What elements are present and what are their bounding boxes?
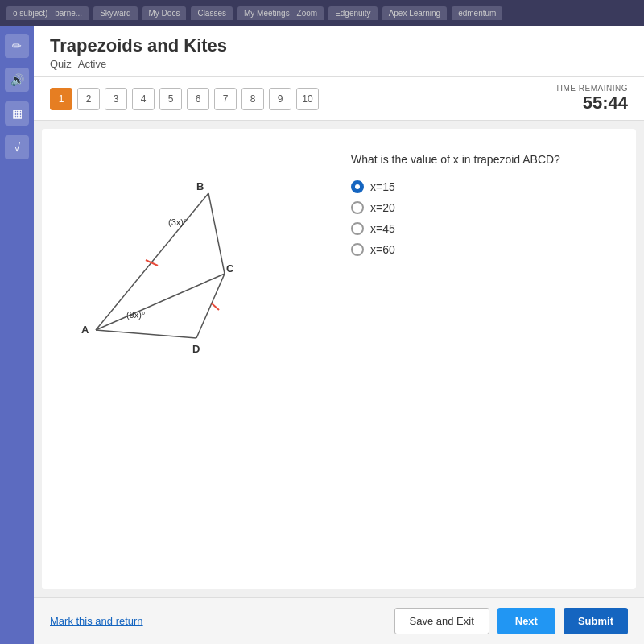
- angle-9x-label: (9x)°: [126, 310, 145, 320]
- question-num-1[interactable]: 1: [50, 88, 72, 110]
- footer-bar: Mark this and return Save and Exit Next …: [34, 597, 644, 644]
- radio-2[interactable]: [351, 201, 364, 214]
- option-2[interactable]: x=20: [351, 201, 620, 214]
- point-b-label: B: [196, 180, 204, 192]
- question-num-5[interactable]: 5: [159, 88, 182, 110]
- tab-barne[interactable]: o subject) - barne...: [6, 6, 89, 20]
- question-num-10[interactable]: 10: [296, 88, 319, 110]
- main-content: Trapezoids and Kites Quiz Active 1 2 3 4…: [34, 26, 644, 644]
- question-text: What is the value of x in trapezoid ABCD…: [351, 153, 620, 166]
- point-a-label: A: [81, 324, 89, 336]
- tab-skyward[interactable]: Skyward: [93, 6, 137, 20]
- audio-icon[interactable]: 🔊: [5, 68, 29, 92]
- answer-area: What is the value of x in trapezoid ABCD…: [351, 145, 620, 573]
- mark-return-link[interactable]: Mark this and return: [50, 615, 143, 627]
- header: Trapezoids and Kites Quiz Active: [34, 26, 644, 77]
- option-3[interactable]: x=45: [351, 222, 620, 235]
- trapezoid-diagram: B C D A (3x)° (9x)°: [58, 145, 327, 386]
- question-num-2[interactable]: 2: [77, 88, 100, 110]
- question-number-list: 1 2 3 4 5 6 7 8 9 10: [50, 88, 319, 110]
- sqrt-icon[interactable]: √: [5, 135, 29, 159]
- option-1[interactable]: x=15: [351, 180, 620, 193]
- tab-mydocs[interactable]: My Docs: [142, 6, 187, 20]
- status-active: Active: [78, 58, 106, 70]
- tab-zoom[interactable]: My Meetings - Zoom: [237, 6, 324, 20]
- point-c-label: C: [226, 262, 234, 275]
- option-4-label: x=60: [370, 243, 395, 256]
- quiz-status: Quiz Active: [50, 58, 628, 70]
- question-area: B C D A (3x)° (9x)° What is the value of…: [58, 145, 620, 573]
- submit-button[interactable]: Submit: [564, 608, 628, 634]
- question-nav: 1 2 3 4 5 6 7 8 9 10 TIME REMAINING 55:4…: [34, 77, 644, 121]
- save-exit-button[interactable]: Save and Exit: [394, 608, 489, 634]
- radio-3[interactable]: [351, 222, 364, 235]
- tab-edgenuity[interactable]: Edgenuity: [328, 6, 377, 20]
- timer-section: TIME REMAINING 55:44: [555, 84, 628, 114]
- timer-label: TIME REMAINING: [555, 84, 628, 93]
- angle-3x-label: (3x)°: [168, 217, 187, 227]
- question-num-3[interactable]: 3: [105, 88, 127, 110]
- question-num-7[interactable]: 7: [214, 88, 237, 110]
- radio-inner-1: [355, 184, 360, 189]
- quiz-body: B C D A (3x)° (9x)° What is the value of…: [42, 129, 636, 589]
- svg-line-5: [146, 260, 158, 266]
- tab-edmentum[interactable]: edmentum: [452, 6, 502, 20]
- next-button[interactable]: Next: [497, 608, 555, 634]
- option-3-label: x=45: [370, 222, 395, 235]
- point-d-label: D: [192, 343, 200, 355]
- quiz-label: Quiz: [50, 58, 72, 70]
- footer-buttons: Save and Exit Next Submit: [394, 608, 628, 634]
- question-num-9[interactable]: 9: [269, 88, 291, 110]
- radio-4[interactable]: [351, 243, 364, 256]
- svg-line-2: [196, 274, 225, 338]
- svg-line-4: [96, 274, 225, 330]
- question-num-4[interactable]: 4: [132, 88, 155, 110]
- question-num-8[interactable]: 8: [242, 88, 264, 110]
- options-list: x=15 x=20 x=45 x=60: [351, 180, 620, 256]
- radio-1[interactable]: [351, 180, 364, 193]
- svg-line-3: [96, 330, 196, 338]
- diagram-area: B C D A (3x)° (9x)°: [58, 145, 327, 573]
- svg-line-0: [96, 193, 208, 330]
- option-2-label: x=20: [370, 201, 395, 214]
- tab-classes[interactable]: Classes: [191, 6, 233, 20]
- tab-apex[interactable]: Apex Learning: [382, 6, 448, 20]
- svg-line-6: [212, 303, 219, 310]
- sidebar: ✏ 🔊 ▦ √: [0, 26, 34, 644]
- page-title: Trapezoids and Kites: [50, 35, 628, 56]
- option-4[interactable]: x=60: [351, 243, 620, 256]
- option-1-label: x=15: [370, 180, 395, 193]
- timer-value: 55:44: [555, 93, 628, 114]
- svg-line-1: [208, 193, 225, 274]
- question-num-6[interactable]: 6: [187, 88, 209, 110]
- pencil-icon[interactable]: ✏: [5, 34, 29, 58]
- calculator-icon[interactable]: ▦: [5, 101, 29, 126]
- browser-bar: o subject) - barne... Skyward My Docs Cl…: [0, 0, 644, 26]
